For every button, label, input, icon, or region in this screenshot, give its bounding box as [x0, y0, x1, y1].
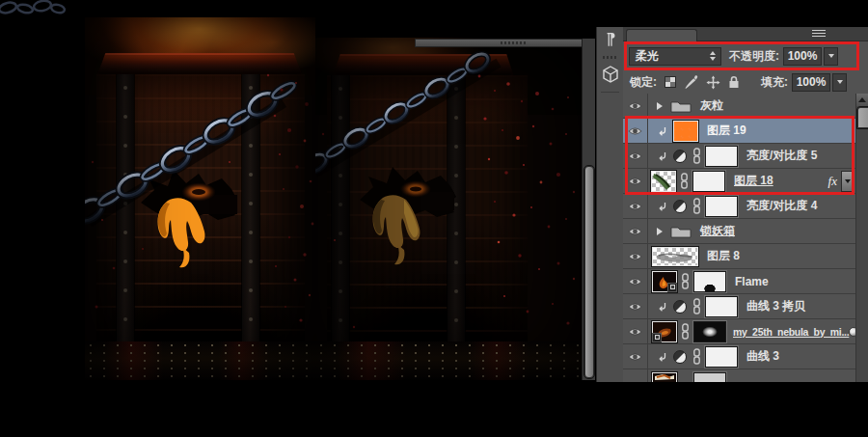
layer-name: my_25th_nebula_by_mi...: [733, 326, 849, 338]
lock-transparency-icon[interactable]: [665, 76, 676, 88]
fill-dropdown-button[interactable]: [832, 73, 847, 92]
layer-row-pixel[interactable]: 图层 18 fx: [623, 169, 855, 194]
layer-row-smart-object[interactable]: my_25th_nebula_by_mi...: [623, 319, 855, 344]
layer-row-adjustment[interactable]: 曲线 3: [623, 344, 855, 369]
layer-name: 图层 19: [707, 123, 746, 139]
mask-link-icon[interactable]: [692, 298, 701, 314]
layer-row-adjustment[interactable]: 亮度/对比度 4: [623, 194, 855, 219]
visibility-toggle[interactable]: [623, 144, 648, 168]
layer-mask-thumbnail[interactable]: [693, 321, 726, 342]
fill-value[interactable]: 100%: [792, 73, 830, 92]
layer-row-group[interactable]: 灰粒: [623, 94, 855, 119]
canvas-scrollbar-thumb[interactable]: [584, 166, 594, 378]
visibility-toggle[interactable]: [623, 319, 648, 343]
opacity-value[interactable]: 100%: [783, 47, 822, 66]
layer-name: 图层 8: [707, 248, 740, 264]
layers-scrollbar-thumb[interactable]: [857, 107, 868, 128]
fx-badge[interactable]: fx: [828, 174, 837, 189]
lock-all-icon[interactable]: [728, 75, 740, 89]
layer-list: 灰粒 图层 19 亮度/对比度 5: [623, 94, 855, 382]
layer-row-adjustment[interactable]: 曲线 3 拷贝: [623, 294, 855, 319]
layer-thumbnail[interactable]: [652, 372, 677, 382]
layer-thumbnail[interactable]: [651, 171, 676, 192]
eye-icon: [628, 151, 642, 161]
layer-row-smart-object[interactable]: Flame: [623, 269, 855, 294]
layers-panel-scrollbar[interactable]: [855, 94, 868, 382]
clipping-mask-arrow-icon: [658, 151, 667, 161]
scroll-up-button[interactable]: [856, 94, 868, 106]
smart-object-badge-icon: [667, 283, 677, 292]
layer-name: 亮度/对比度 5: [746, 148, 817, 164]
layer-mask-thumbnail[interactable]: [705, 296, 738, 317]
visibility-toggle[interactable]: [623, 269, 648, 293]
adjustment-layer-icon[interactable]: [673, 350, 687, 364]
folder-icon: [670, 225, 692, 238]
mask-link-icon[interactable]: [680, 173, 689, 189]
layer-row-selected[interactable]: 图层 19: [623, 119, 855, 144]
layer-row-pixel[interactable]: 图层 8: [623, 244, 855, 269]
3d-panel-icon[interactable]: [597, 62, 624, 87]
lock-fill-row: 锁定: 填充: 100%: [623, 70, 868, 94]
visibility-toggle[interactable]: [623, 219, 648, 243]
visibility-toggle[interactable]: [623, 294, 648, 318]
layers-tab[interactable]: [626, 29, 697, 41]
visibility-toggle[interactable]: [623, 244, 648, 268]
dock-separator: [601, 92, 619, 93]
corner-chain-hint: [0, 0, 68, 15]
layer-thumbnail[interactable]: [673, 121, 698, 142]
blend-mode-value: 柔光: [636, 48, 659, 65]
mask-link-icon[interactable]: [692, 348, 701, 365]
mask-link-icon[interactable]: [681, 273, 690, 289]
layer-mask-thumbnail[interactable]: [705, 346, 738, 368]
folder-icon: [670, 99, 692, 113]
document-canvas-left[interactable]: [85, 17, 315, 380]
visibility-toggle[interactable]: [623, 369, 648, 382]
adjustment-layer-icon[interactable]: [673, 200, 687, 213]
layer-mask-thumbnail[interactable]: [705, 146, 738, 167]
layer-row-adjustment[interactable]: 亮度/对比度 5: [623, 144, 855, 169]
layer-mask-thumbnail[interactable]: [693, 372, 726, 382]
opacity-dropdown-button[interactable]: [824, 47, 838, 66]
layers-panel: 柔光 不透明度: 100% 锁定: 填充: 100%: [623, 27, 868, 382]
visibility-toggle[interactable]: [623, 94, 648, 118]
layer-mask-thumbnail[interactable]: [705, 196, 738, 217]
blend-mode-select[interactable]: 柔光: [629, 47, 721, 66]
document-canvas-right[interactable]: [315, 38, 582, 380]
adjustment-layer-icon[interactable]: [673, 300, 687, 314]
smart-object-badge-icon: [652, 333, 662, 342]
speckled-floor: [315, 341, 582, 380]
layer-name: Flame: [735, 275, 769, 288]
layer-mask-thumbnail[interactable]: [692, 171, 725, 192]
mask-link-icon[interactable]: [692, 198, 701, 214]
layer-row-partial[interactable]: [623, 369, 855, 382]
panel-dock-header[interactable]: [415, 39, 595, 47]
adjustment-layer-icon[interactable]: [673, 150, 687, 163]
canvas-scrollbar[interactable]: [582, 39, 595, 380]
visibility-toggle[interactable]: [623, 194, 648, 218]
layer-row-group[interactable]: 锁妖箱: [623, 219, 855, 244]
eye-icon: [628, 177, 642, 186]
mask-link-icon[interactable]: [681, 323, 690, 340]
panel-icon-dock: ¶: [596, 27, 623, 382]
panel-menu-icon[interactable]: [812, 30, 826, 39]
chest-artwork: [85, 17, 315, 380]
visibility-toggle[interactable]: [623, 119, 648, 143]
lock-position-move-icon[interactable]: [706, 75, 720, 90]
visibility-toggle[interactable]: [623, 169, 648, 193]
layer-thumbnail[interactable]: [652, 271, 677, 292]
clipping-mask-arrow-icon: [658, 302, 667, 312]
clipping-mask-arrow-icon: [658, 202, 667, 211]
paragraph-panel-icon[interactable]: ¶: [597, 27, 624, 52]
expand-triangle-icon[interactable]: [657, 228, 663, 235]
lock-paint-brush-icon[interactable]: [684, 75, 698, 90]
eye-icon: [628, 101, 642, 111]
eye-icon: [628, 327, 642, 337]
expand-triangle-icon[interactable]: [657, 102, 663, 110]
visibility-toggle[interactable]: [623, 344, 648, 369]
mask-link-icon[interactable]: [692, 148, 701, 164]
layer-thumbnail[interactable]: [652, 247, 698, 266]
layer-mask-thumbnail[interactable]: [693, 271, 726, 292]
fx-collapse-button[interactable]: [841, 171, 854, 192]
layer-thumbnail[interactable]: [652, 321, 677, 342]
eye-icon: [628, 227, 642, 236]
